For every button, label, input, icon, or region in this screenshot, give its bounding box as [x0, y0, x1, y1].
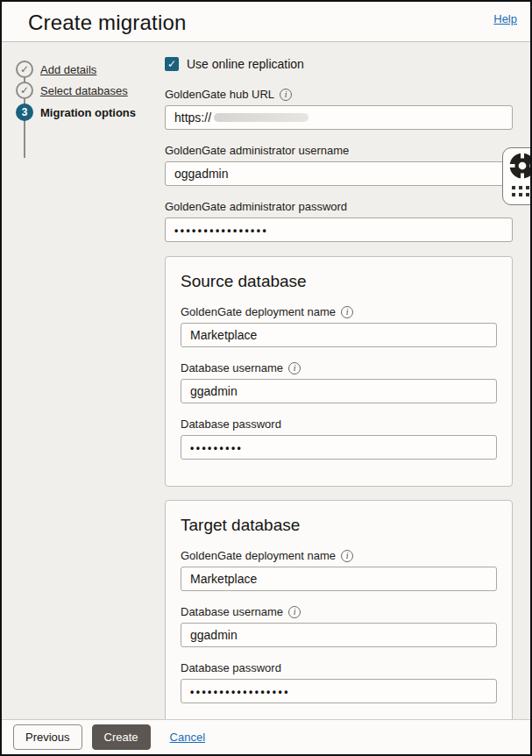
previous-button[interactable]: Previous	[13, 724, 82, 750]
life-ring-icon[interactable]	[509, 153, 532, 179]
target-username-value: ggadmin	[190, 628, 238, 642]
source-password-input[interactable]: •••••••••	[181, 435, 497, 460]
wizard-stepper: ✓ Add details ✓ Select databases 3 Migra…	[2, 42, 165, 719]
source-database-heading: Source database	[181, 272, 497, 291]
target-username-label: Database username	[181, 605, 283, 618]
info-icon[interactable]: i	[288, 362, 301, 374]
source-password-value: •••••••••	[190, 442, 243, 454]
step-label: Migration options	[40, 106, 136, 119]
step-complete-icon: ✓	[16, 82, 33, 99]
online-replication-label: Use online replication	[187, 57, 304, 71]
online-replication-row: ✓ Use online replication	[165, 57, 513, 71]
info-icon[interactable]: i	[341, 306, 353, 318]
target-database-heading: Target database	[181, 516, 497, 535]
target-deployment-input[interactable]: Marketplace	[181, 567, 497, 591]
source-username-label: Database username	[181, 361, 283, 374]
source-username-label-row: Database username i	[181, 361, 497, 374]
migration-options-form: ✓ Use online replication GoldenGate hub …	[165, 42, 513, 719]
stepper-step-add-details[interactable]: ✓ Add details	[16, 61, 96, 78]
target-password-label-row: Database password	[181, 661, 497, 674]
source-deployment-value: Marketplace	[190, 328, 257, 342]
source-username-value: ggadmin	[190, 384, 238, 398]
admin-username-value: oggadmin	[174, 167, 229, 181]
checkmark-icon: ✓	[167, 58, 176, 70]
source-deployment-label: GoldenGate deployment name	[181, 305, 336, 318]
header: Create migration Help	[2, 2, 530, 42]
help-link[interactable]: Help	[493, 12, 517, 25]
stepper-step-migration-options[interactable]: 3 Migration options	[16, 103, 136, 121]
create-button[interactable]: Create	[92, 724, 151, 750]
target-username-input[interactable]: ggadmin	[181, 623, 497, 647]
source-password-label: Database password	[181, 417, 281, 431]
source-username-input[interactable]: ggadmin	[181, 379, 497, 403]
page-title: Create migration	[2, 2, 530, 35]
admin-password-label: GoldenGate administrator password	[165, 200, 347, 213]
create-migration-page: Create migration Help ✓ Add details ✓ Se…	[0, 0, 532, 756]
hub-url-input[interactable]: https://	[165, 105, 513, 130]
info-icon[interactable]: i	[280, 89, 292, 101]
admin-username-label-row: GoldenGate administrator username	[165, 144, 513, 157]
source-deployment-label-row: GoldenGate deployment name i	[181, 305, 497, 318]
drag-handle-icon[interactable]	[512, 186, 529, 196]
footer-action-bar: Previous Create Cancel	[2, 719, 530, 754]
target-database-panel: Target database GoldenGate deployment na…	[165, 500, 513, 719]
target-password-value: •••••••••••••••••	[190, 686, 290, 698]
admin-password-input[interactable]: ••••••••••••••••	[165, 218, 513, 242]
hub-url-label-row: GoldenGate hub URL i	[165, 88, 513, 101]
target-username-label-row: Database username i	[181, 605, 497, 618]
cancel-link[interactable]: Cancel	[170, 731, 205, 744]
step-complete-icon: ✓	[16, 61, 33, 78]
redacted-text	[214, 113, 309, 122]
target-password-label: Database password	[181, 661, 281, 674]
target-deployment-label: GoldenGate deployment name	[181, 549, 336, 562]
admin-password-label-row: GoldenGate administrator password	[165, 200, 513, 213]
admin-password-value: ••••••••••••••••	[174, 225, 268, 237]
source-password-label-row: Database password	[181, 417, 497, 431]
online-replication-checkbox[interactable]: ✓	[165, 57, 179, 71]
target-password-input[interactable]: •••••••••••••••••	[181, 679, 497, 703]
floating-widget[interactable]	[502, 147, 532, 205]
info-icon[interactable]: i	[288, 606, 301, 618]
hub-url-label: GoldenGate hub URL	[165, 88, 274, 101]
target-deployment-value: Marketplace	[190, 572, 257, 586]
content: ✓ Add details ✓ Select databases 3 Migra…	[2, 42, 530, 719]
admin-username-label: GoldenGate administrator username	[165, 144, 349, 157]
admin-username-input[interactable]: oggadmin	[165, 161, 513, 186]
source-deployment-input[interactable]: Marketplace	[181, 323, 497, 347]
step-label: Add details	[40, 63, 96, 76]
hub-url-value: https://	[174, 111, 211, 125]
source-database-panel: Source database GoldenGate deployment na…	[165, 256, 513, 487]
target-deployment-label-row: GoldenGate deployment name i	[181, 549, 497, 562]
stepper-step-select-databases[interactable]: ✓ Select databases	[16, 82, 128, 99]
step-label: Select databases	[40, 84, 128, 97]
info-icon[interactable]: i	[341, 550, 353, 562]
step-number-badge: 3	[16, 103, 33, 121]
